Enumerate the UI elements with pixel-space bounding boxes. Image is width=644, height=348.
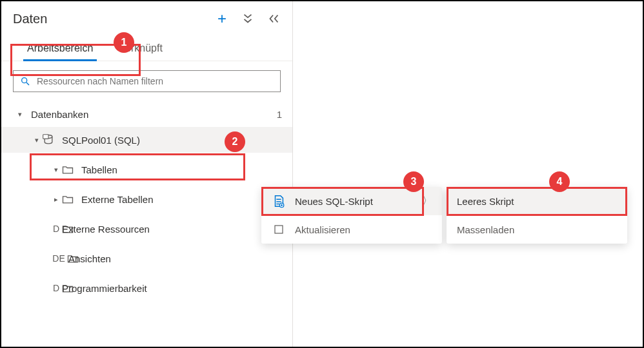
tree-node-external-tables[interactable]: Externe Tabellen xyxy=(1,186,292,212)
add-button[interactable]: + xyxy=(215,12,229,26)
node-prefix: DE xyxy=(52,253,66,264)
context-menu-sql-sub: Leeres Skript Massenladen xyxy=(447,187,627,244)
menu-item-refresh[interactable]: Aktualisieren xyxy=(261,215,442,244)
menu-item-label: Neues SQL-Skript xyxy=(295,196,414,207)
refresh-icon xyxy=(272,222,286,237)
caret-icon[interactable] xyxy=(32,136,41,144)
svg-line-1 xyxy=(26,82,29,85)
node-label: Ansichten xyxy=(68,253,282,264)
node-count: 1 xyxy=(277,109,282,120)
pane-title: Daten xyxy=(13,12,47,26)
chevron-double-left-icon xyxy=(267,12,281,26)
context-menu-sql: Neues SQL-Skript 〉 Aktualisieren xyxy=(261,187,442,244)
resource-tree: Datenbanken 1 SQLPool01 (SQL) Tabellen xyxy=(1,99,292,301)
database-icon xyxy=(41,133,55,147)
node-label: Datenbanken xyxy=(31,109,277,120)
node-prefix: D xyxy=(52,224,61,234)
tree-node-sqlpool[interactable]: SQLPool01 (SQL) xyxy=(1,127,292,153)
folder-icon xyxy=(61,192,75,206)
caret-icon[interactable] xyxy=(52,166,61,174)
tree-node-tables[interactable]: Tabellen xyxy=(1,157,292,182)
node-label: SQLPool01 (SQL) xyxy=(62,135,282,146)
svg-rect-5 xyxy=(275,226,283,233)
chevron-right-icon: 〉 xyxy=(423,195,432,207)
node-label: Externe Ressourcen xyxy=(62,224,282,235)
tree-node-programmability[interactable]: D Programmierbarkeit xyxy=(1,275,292,301)
node-label: Externe Tabellen xyxy=(81,194,282,205)
menu-item-empty-script[interactable]: Leeres Skript xyxy=(447,187,627,215)
caret-icon[interactable] xyxy=(15,110,25,119)
plus-icon: + xyxy=(217,11,226,26)
caret-icon[interactable] xyxy=(52,195,61,204)
collapse-pane-button[interactable] xyxy=(267,12,281,26)
svg-point-0 xyxy=(22,78,27,83)
chevron-double-down-icon xyxy=(241,12,255,26)
node-prefix: D xyxy=(52,283,61,293)
menu-item-new-sql-script[interactable]: Neues SQL-Skript 〉 xyxy=(261,187,442,215)
tab-linked[interactable]: Verknüpft xyxy=(119,43,163,61)
menu-item-label: Massenladen xyxy=(457,224,617,235)
menu-item-label: Aktualisieren xyxy=(295,224,432,235)
menu-item-bulk-load[interactable]: Massenladen xyxy=(447,215,627,244)
data-pane: Daten + Arbeitsbereich Verknüpft xyxy=(1,1,293,347)
tree-node-external-resources[interactable]: D Externe Ressourcen xyxy=(1,216,292,242)
menu-item-label: Leeres Skript xyxy=(457,196,617,207)
search-box[interactable] xyxy=(13,70,281,92)
tree-node-views[interactable]: DE Ansichten xyxy=(1,246,292,271)
search-input[interactable] xyxy=(37,76,274,86)
folder-icon xyxy=(61,162,75,177)
tab-workspace[interactable]: Arbeitsbereich xyxy=(27,43,93,61)
node-label: Programmierbarkeit xyxy=(62,283,282,294)
node-label: Tabellen xyxy=(81,164,282,175)
expand-all-button[interactable] xyxy=(241,12,255,26)
sql-script-icon xyxy=(272,194,286,208)
svg-rect-3 xyxy=(43,135,48,139)
search-icon xyxy=(20,76,30,86)
tree-node-databases[interactable]: Datenbanken 1 xyxy=(1,101,292,127)
